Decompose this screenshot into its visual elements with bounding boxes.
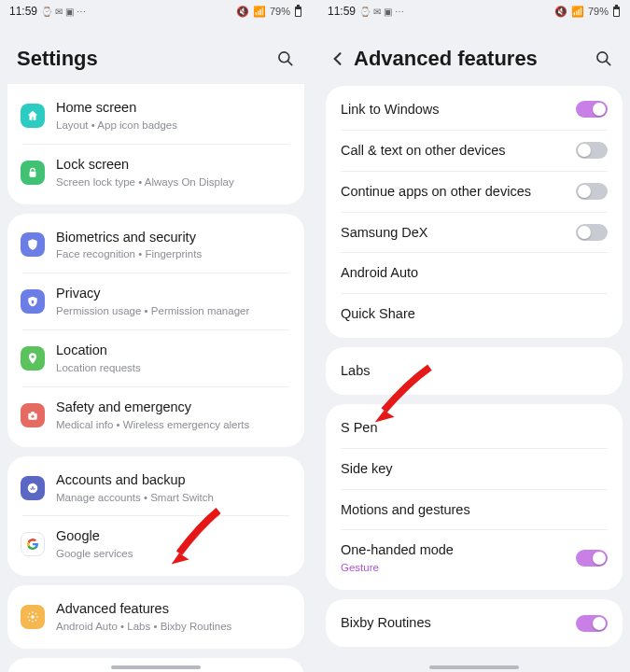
gesture-bar[interactable] [111, 665, 201, 669]
signal-icon: 📶 [571, 6, 584, 18]
toggle-switch[interactable] [576, 224, 608, 241]
settings-item-biometrics[interactable]: Biometrics and security Face recognition… [7, 217, 304, 273]
settings-item-title: Google [56, 527, 289, 545]
back-button[interactable] [328, 49, 348, 69]
battery-icon [612, 5, 621, 18]
settings-item-safety-emergency[interactable]: Safety and emergency Medical info • Wire… [7, 387, 304, 443]
settings-item-title: Home screen [56, 99, 289, 117]
settings-item-title: Quick Share [341, 305, 608, 323]
svg-rect-9 [31, 412, 35, 413]
status-time: 11:59 [328, 5, 356, 18]
settings-item-sub: Location requests [56, 361, 289, 375]
settings-item-one-handed-mode[interactable]: One-handed mode Gesture [326, 530, 623, 586]
settings-item-title: Android Auto [341, 264, 608, 282]
advanced-group: S Pen Side key Motions and gestures One-… [326, 404, 623, 590]
settings-item-title: Bixby Routines [341, 614, 576, 632]
settings-item-motions-gestures[interactable]: Motions and gestures [326, 490, 623, 530]
svg-rect-16 [615, 5, 618, 7]
page-title: Advanced features [318, 22, 630, 86]
settings-item-title: Lock screen [56, 156, 289, 174]
toggle-switch[interactable] [576, 615, 608, 632]
toggle-switch[interactable] [576, 142, 608, 159]
settings-item-advanced-features[interactable]: Advanced features Android Auto • Labs • … [7, 589, 304, 645]
advanced-icon [21, 605, 45, 629]
settings-item-title: Biometrics and security [56, 229, 289, 246]
settings-item-lock-screen[interactable]: Lock screen Screen lock type • Always On… [7, 145, 304, 201]
settings-item-sub: Face recognition • Fingerprints [56, 247, 289, 261]
signal-icon: 📶 [253, 6, 266, 18]
svg-rect-2 [296, 9, 301, 16]
settings-item-location[interactable]: Location Location requests [7, 330, 304, 386]
svg-rect-5 [30, 172, 36, 177]
settings-screen: 11:59 ⌚ ✉ ▣ ⋯ 🔇 📶 79% Settings Home scr [0, 0, 312, 672]
settings-group: Biometrics and security Face recognition… [7, 214, 304, 447]
svg-rect-6 [32, 301, 34, 304]
settings-item-title: Advanced features [56, 600, 289, 618]
status-bar: 11:59 ⌚ ✉ ▣ ⋯ 🔇 📶 79% [0, 0, 312, 22]
settings-item-title: Motions and gestures [341, 501, 608, 519]
settings-item-sub: Manage accounts • Smart Switch [56, 491, 289, 505]
page-title: Settings [0, 22, 312, 86]
settings-item-sub: Layout • App icon badges [56, 119, 289, 133]
battery-icon [294, 5, 302, 18]
lock-icon [21, 161, 45, 185]
svg-point-10 [28, 483, 38, 493]
shield-icon [21, 232, 45, 257]
privacy-icon [21, 289, 45, 314]
settings-item-link-to-windows[interactable]: Link to Windows [326, 90, 623, 130]
toggle-switch[interactable] [576, 183, 608, 200]
status-indicators-right: 🔇 📶 79% [554, 5, 621, 18]
location-icon [21, 346, 45, 371]
svg-line-19 [607, 62, 610, 65]
settings-item-google[interactable]: Google Google services [7, 516, 304, 572]
settings-item-sub: Google services [56, 547, 289, 561]
settings-item-bixby-routines[interactable]: Bixby Routines [326, 603, 623, 643]
settings-item-title: Safety and emergency [56, 399, 289, 416]
status-time: 11:59 [9, 5, 37, 18]
settings-item-call-text-other-devices[interactable]: Call & text on other devices [326, 131, 623, 171]
svg-point-11 [31, 615, 35, 619]
battery-text: 79% [588, 6, 609, 17]
settings-item-quick-share[interactable]: Quick Share [326, 294, 623, 334]
toggle-switch[interactable] [576, 550, 608, 567]
toggle-switch[interactable] [576, 101, 608, 118]
settings-item-privacy[interactable]: Privacy Permission usage • Permission ma… [7, 273, 304, 329]
settings-item-title: S Pen [341, 419, 608, 437]
search-icon[interactable] [595, 49, 613, 68]
settings-group: Home screen Layout • App icon badges Loc… [7, 84, 304, 204]
status-indicators-right: 🔇 📶 79% [236, 5, 302, 18]
battery-text: 79% [270, 6, 290, 17]
settings-item-sub: Permission usage • Permission manager [56, 304, 289, 318]
settings-item-title: Samsung DeX [341, 224, 576, 242]
mute-icon: 🔇 [236, 6, 249, 18]
settings-group: Accounts and backup Manage accounts • Sm… [7, 456, 304, 577]
search-icon[interactable] [276, 49, 295, 68]
settings-item-title: Location [56, 342, 289, 359]
settings-item-labs[interactable]: Labs [326, 351, 623, 391]
settings-item-title: Link to Windows [341, 101, 576, 119]
accounts-icon [21, 476, 45, 500]
settings-item-spen[interactable]: S Pen [326, 408, 623, 448]
svg-point-7 [32, 356, 35, 358]
settings-item-sub: Medical info • Wireless emergency alerts [56, 418, 289, 432]
status-indicators-left: ⌚ ✉ ▣ ⋯ [359, 6, 404, 17]
settings-item-side-key[interactable]: Side key [326, 449, 623, 489]
settings-item-sub: Screen lock type • Always On Display [56, 175, 289, 189]
settings-item-title: Privacy [56, 285, 289, 302]
settings-item-accounts-backup[interactable]: Accounts and backup Manage accounts • Sm… [7, 460, 304, 516]
status-indicators-left: ⌚ ✉ ▣ ⋯ [41, 6, 86, 17]
google-icon [21, 532, 45, 556]
mute-icon: 🔇 [554, 6, 567, 18]
settings-item-sub: Gesture [341, 561, 576, 575]
gesture-bar[interactable] [429, 665, 519, 669]
settings-item-samsung-dex[interactable]: Samsung DeX [326, 213, 623, 253]
settings-item-android-auto[interactable]: Android Auto [326, 253, 623, 293]
svg-rect-17 [614, 9, 619, 16]
settings-item-title: Call & text on other devices [341, 142, 576, 160]
settings-item-title: One-handed mode [341, 541, 576, 559]
svg-rect-1 [297, 5, 300, 7]
settings-item-home-screen[interactable]: Home screen Layout • App icon badges [7, 88, 304, 144]
settings-group: Advanced features Android Auto • Labs • … [7, 585, 304, 649]
settings-item-title: Accounts and backup [56, 471, 289, 489]
settings-item-continue-apps[interactable]: Continue apps on other devices [326, 172, 623, 212]
